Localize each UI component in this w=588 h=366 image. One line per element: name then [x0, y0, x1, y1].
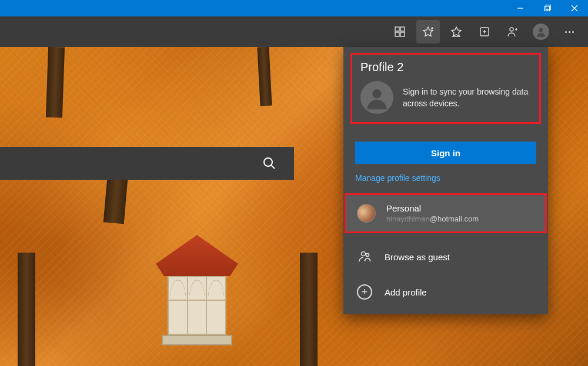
add-icon: +: [355, 283, 374, 301]
add-label: Add profile: [385, 287, 427, 297]
guest-label: Browse as guest: [385, 252, 450, 262]
highlight-box-personal: Personal ninaydhiman@hotmail.com: [345, 193, 547, 233]
favorites-icon[interactable]: [445, 20, 468, 43]
search-bar[interactable]: [0, 147, 294, 180]
close-button[interactable]: [561, 0, 588, 16]
pavilion-graphic: [156, 235, 238, 352]
profile-title: Profile 2: [360, 61, 531, 74]
window-titlebar: [0, 0, 588, 16]
svg-point-18: [539, 28, 543, 32]
svg-rect-2: [546, 5, 551, 10]
search-icon: [262, 156, 276, 170]
browse-as-guest-item[interactable]: Browse as guest: [343, 239, 548, 274]
svg-point-15: [510, 28, 513, 31]
svg-point-22: [362, 252, 366, 256]
personal-name: Personal: [386, 203, 479, 213]
svg-rect-5: [395, 27, 399, 31]
profile-avatar-large: [360, 81, 393, 114]
profile-avatar-icon[interactable]: [529, 20, 553, 43]
maximize-button[interactable]: [534, 0, 561, 16]
more-icon[interactable]: [557, 20, 581, 43]
sign-in-button[interactable]: Sign in: [355, 142, 536, 164]
personal-email: ninaydhiman@hotmail.com: [386, 214, 479, 223]
svg-point-19: [264, 158, 272, 166]
svg-rect-6: [400, 27, 405, 31]
profile-item-personal[interactable]: Personal ninaydhiman@hotmail.com: [346, 195, 545, 231]
add-favorite-icon[interactable]: [416, 20, 440, 43]
svg-rect-7: [395, 32, 399, 36]
manage-profile-link[interactable]: Manage profile settings: [343, 171, 548, 193]
extensions-icon[interactable]: [388, 20, 412, 43]
browser-toolbar: [0, 16, 588, 47]
svg-line-20: [271, 165, 275, 169]
personal-avatar-icon: [357, 204, 376, 223]
svg-point-21: [372, 89, 381, 98]
svg-rect-8: [400, 32, 405, 36]
svg-rect-1: [545, 6, 550, 11]
profile-menu: Profile 2 Sign in to sync your browsing …: [343, 47, 548, 314]
minimize-button[interactable]: [507, 0, 534, 16]
svg-point-23: [366, 254, 369, 257]
highlight-box-profile: Profile 2 Sign in to sync your browsing …: [350, 53, 541, 124]
person-icon[interactable]: [501, 20, 524, 43]
collections-icon[interactable]: [473, 20, 496, 43]
profile-description: Sign in to sync your browsing data acros…: [403, 86, 531, 110]
add-profile-item[interactable]: + Add profile: [343, 274, 548, 314]
guest-icon: [355, 247, 374, 266]
